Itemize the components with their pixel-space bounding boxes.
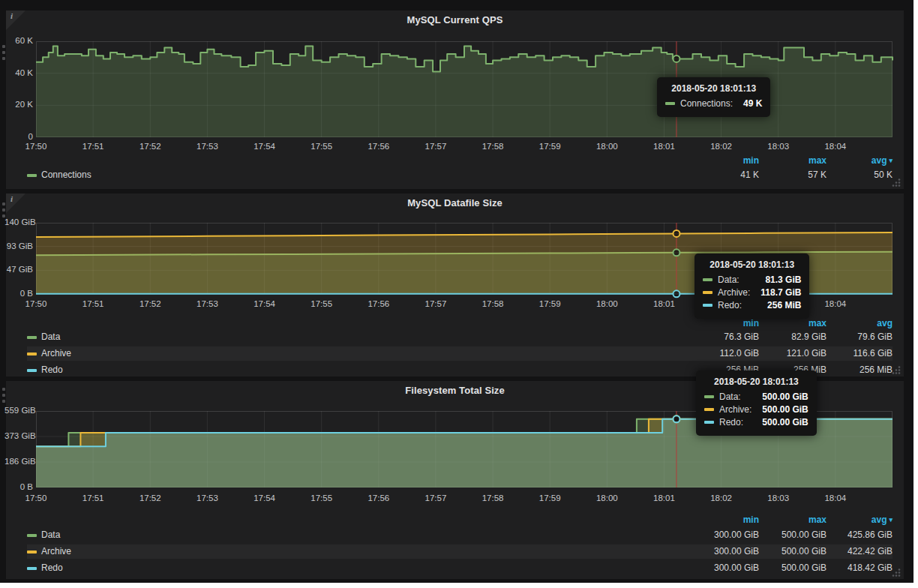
x-axis-tick-label: 17:52	[140, 142, 161, 151]
legend-sort-min[interactable]: min	[694, 514, 759, 525]
tooltip-timestamp: 2018-05-20 18:01:13	[704, 376, 808, 387]
x-axis-tick-label: 18:03	[767, 142, 789, 151]
series-toggle-connections[interactable]: Connections	[41, 170, 92, 180]
x-axis-tick-label: 17:52	[140, 299, 161, 308]
panel-resize-grip[interactable]	[891, 177, 902, 188]
series-color-dash-icon[interactable]	[27, 336, 37, 339]
series-color-dash-icon	[703, 278, 712, 281]
y-axis-tick-label: 0 B	[4, 482, 33, 491]
x-axis-tick-label: 18:01	[653, 494, 675, 502]
x-axis-tick-label: 17:57	[425, 494, 447, 502]
stat-min-value: 300.00 GiB	[694, 530, 759, 540]
legend-row-data: Data300.00 GiB500.00 GiB425.86 GiB	[27, 528, 892, 542]
panel-title[interactable]: MySQL Current QPS	[6, 14, 904, 26]
series-color-dash-icon[interactable]	[27, 369, 37, 372]
legend-row-archive: Archive112.0 GiB121.0 GiB116.6 GiB	[27, 346, 892, 361]
x-axis-tick-label: 18:03	[767, 494, 789, 502]
series-toggle-archive[interactable]: Archive	[41, 348, 71, 358]
x-axis-tick-label: 18:04	[824, 142, 846, 151]
x-axis-tick-label: 17:56	[368, 299, 389, 308]
legend-sort-avg[interactable]: avg▾	[828, 155, 892, 166]
series-toggle-archive[interactable]: Archive	[41, 546, 71, 556]
hover-point-redo	[673, 416, 680, 422]
legend-sort-avg[interactable]: avg	[828, 318, 892, 328]
legend-sort-max[interactable]: max	[762, 155, 826, 166]
stat-min-value: 112.0 GiB	[694, 348, 759, 358]
series-toggle-redo[interactable]: Redo	[41, 562, 63, 573]
x-axis-tick-label: 17:57	[425, 142, 447, 151]
tooltip-series-value: 500.00 GiB	[752, 417, 808, 428]
y-axis-tick-label: 140 GiB	[4, 218, 33, 226]
legend-row-redo: Redo300.00 GiB500.00 GiB418.42 GiB	[27, 561, 892, 575]
row-drag-handle[interactable]	[1, 42, 7, 63]
series-toggle-redo[interactable]: Redo	[41, 364, 63, 375]
x-axis-tick-label: 17:51	[82, 494, 104, 502]
legend-stats-header: minmaxavg▾	[27, 154, 892, 168]
x-axis-tick-label: 17:55	[310, 142, 332, 151]
x-axis-tick-label: 17:59	[539, 142, 561, 151]
y-axis-tick-label: 40 K	[4, 68, 33, 77]
sort-caret-icon: ▾	[889, 157, 892, 164]
legend-sort-max[interactable]: max	[762, 514, 826, 525]
y-axis-tick-label: 20 K	[4, 100, 33, 109]
chart-tooltip: 2018-05-20 18:01:13 Data:500.00 GiBArchi…	[696, 370, 817, 436]
x-axis-tick-label: 18:00	[596, 299, 618, 308]
legend-sort-max[interactable]: max	[762, 318, 826, 328]
tooltip-series-label: Archive:	[719, 404, 752, 415]
tooltip-series-value: 500.00 GiB	[752, 404, 808, 415]
stat-max-value: 82.9 GiB	[762, 332, 826, 342]
x-axis-tick-label: 17:54	[254, 142, 275, 151]
chart-tooltip: 2018-05-20 18:01:13 Data:81.3 GiBArchive…	[694, 254, 809, 319]
series-color-dash-icon[interactable]	[27, 550, 37, 554]
x-axis-tick-label: 17:59	[539, 494, 561, 502]
hover-point-redo	[673, 290, 680, 297]
row-drag-handle[interactable]	[1, 200, 7, 220]
grafana-dashboard-page: { "app": {"name_hint": "metrics-dashboar…	[0, 0, 918, 588]
sort-caret-icon: ▾	[889, 516, 892, 524]
stat-avg-value: 425.86 GiB	[828, 530, 892, 540]
tooltip-series-label: Redo:	[718, 300, 742, 310]
tooltip-series-value: 81.3 GiB	[754, 274, 801, 285]
tooltip-series-label: Data:	[718, 274, 740, 285]
legend-stats-header: minmaxavg▾	[27, 513, 892, 527]
series-color-dash-icon[interactable]	[27, 174, 37, 177]
y-axis-tick-label: 373 GiB	[4, 431, 33, 440]
hover-point-connections	[673, 56, 680, 62]
hover-point-archive	[673, 230, 680, 237]
legend-sort-min[interactable]: min	[694, 155, 759, 166]
x-axis-tick-label: 18:01	[653, 142, 675, 151]
panel-resize-grip[interactable]	[891, 567, 902, 578]
x-axis-tick-label: 17:54	[254, 494, 275, 502]
tooltip-series-label: Data:	[719, 392, 741, 402]
stat-avg-value: 50 K	[828, 170, 892, 180]
tooltip-timestamp: 2018-05-20 18:01:13	[665, 83, 762, 94]
panel-title[interactable]: MySQL Datafile Size	[6, 197, 904, 208]
series-color-dash-icon	[703, 291, 712, 294]
series-toggle-data[interactable]: Data	[41, 332, 60, 342]
hover-point-data	[673, 249, 680, 256]
series-color-dash-icon	[704, 408, 714, 411]
row-drag-handle[interactable]	[1, 385, 7, 406]
tooltip-series-value: 49 K	[733, 98, 762, 109]
chart-tooltip: 2018-05-20 18:01:13 Connections:49 K	[657, 77, 770, 117]
series-color-dash-icon	[704, 421, 714, 424]
series-color-dash-icon	[703, 304, 712, 307]
y-axis-tick-label: 60 K	[4, 36, 33, 45]
tooltip-timestamp: 2018-05-20 18:01:13	[703, 260, 801, 270]
x-axis-tick-label: 17:53	[196, 142, 218, 151]
x-axis-tick-label: 18:00	[596, 142, 618, 151]
stat-avg-value: 79.6 GiB	[828, 332, 892, 342]
series-toggle-data[interactable]: Data	[41, 530, 60, 540]
tooltip-series-label: Archive:	[718, 287, 750, 298]
stat-avg-value: 418.42 GiB	[828, 562, 892, 573]
stat-max-value: 57 K	[762, 170, 826, 180]
series-color-dash-icon[interactable]	[27, 534, 37, 537]
legend-sort-min[interactable]: min	[694, 318, 759, 328]
x-axis-tick-label: 18:02	[710, 142, 732, 151]
tooltip-series-row: Redo:256 MiB	[703, 300, 801, 310]
y-axis-tick-label: 559 GiB	[4, 406, 33, 415]
legend-sort-avg[interactable]: avg▾	[828, 514, 892, 525]
panel-resize-grip[interactable]	[891, 364, 902, 375]
series-color-dash-icon[interactable]	[27, 352, 37, 356]
series-color-dash-icon[interactable]	[27, 567, 37, 570]
